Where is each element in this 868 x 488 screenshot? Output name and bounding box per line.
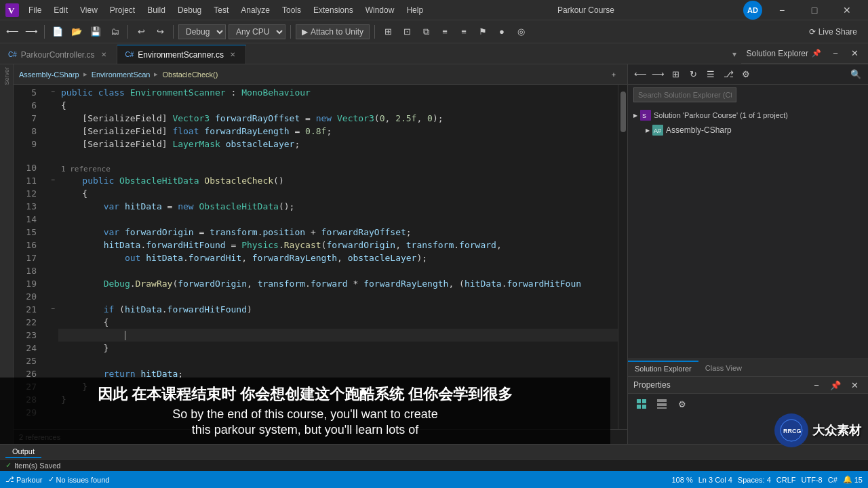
solution-minimize-button[interactable]: − [827,45,844,62]
toolbar-extra1[interactable]: ⊞ [380,24,396,40]
collapse-icon-11[interactable]: − [47,174,58,187]
menu-extensions[interactable]: Extensions [308,4,359,16]
redo-button[interactable]: ↪ [152,24,168,40]
menu-file[interactable]: File [23,4,47,16]
solution-close-button[interactable]: ✕ [846,45,863,62]
separator2 [127,25,128,39]
solution-search-button[interactable]: 🔍 [848,66,864,83]
menu-project[interactable]: Project [104,4,140,16]
menu-help[interactable]: Help [401,4,429,16]
separator5 [374,25,375,39]
menu-analyze[interactable]: Analyze [235,4,275,16]
line-number-14: 14 [14,213,42,226]
solution-git-button[interactable]: ⎇ [720,66,736,83]
forward-button[interactable]: ⟶ [23,24,39,40]
menu-test[interactable]: Test [208,4,234,16]
properties-list-icon [656,399,667,409]
properties-close[interactable]: ✕ [846,377,863,393]
collapse-icon-14 [47,213,58,226]
maximize-button[interactable]: □ [799,0,830,20]
minimize-button[interactable]: − [766,0,797,20]
project-item[interactable]: ▶ A# Assembly-CSharp [628,123,868,138]
close-button[interactable]: ✕ [831,0,863,20]
menu-build[interactable]: Build [142,4,171,16]
toolbar-extra4[interactable]: ≡ [437,24,453,40]
solution-search-input[interactable] [633,87,736,102]
git-icon: ⎇ [5,475,14,484]
editor-scrollbar[interactable] [618,85,627,429]
solution-forward-button[interactable]: ⟶ [650,66,666,83]
menu-edit[interactable]: Edit [48,4,73,16]
toolbar-extra7[interactable]: ● [494,24,510,40]
ln-col-status: Ln 3 Col 4 [698,476,732,484]
undo-button[interactable]: ↩ [133,24,149,40]
code-line-19: Debug.DrawRay(forwardOrigin, transform.f… [58,277,618,290]
properties-toolbar: ⚙ [628,394,868,414]
solution-refresh-button[interactable]: ↻ [685,66,701,83]
solution-root-item[interactable]: ▶ S Solution 'Parkour Course' (1 of 1 pr… [628,108,868,123]
menu-tools[interactable]: Tools [277,4,307,16]
collapse-icon-5[interactable]: − [47,86,58,99]
collapse-icon-22 [47,316,58,329]
toolbar: ⟵ ⟶ 📄 📂 💾 🗂 ↩ ↪ Debug Any CPU ▶ Attach t… [0,20,868,43]
toolbar-extra8[interactable]: ◎ [513,24,529,40]
spaces-status: Spaces: 4 [738,476,771,484]
cs-file-icon-active: C# [125,51,134,58]
attach-to-unity-button[interactable]: ▶ Attach to Unity [296,24,370,39]
props-icon1[interactable] [633,396,650,412]
menu-debug[interactable]: Debug [172,4,207,16]
zoom-level[interactable]: 108 % [672,476,693,484]
notification-bell[interactable]: 🔔 15 [843,475,863,484]
solution-bottom-tabs: Solution Explorer Class View [628,359,868,376]
class-view-tab[interactable]: Class View [698,361,749,375]
code-line-17: out hitData.forwardHit, forwardRayLength… [58,251,618,264]
status-bar: ⎇ Parkour ✓ No issues found 108 % Ln 3 C… [0,471,868,488]
props-icon3[interactable]: ⚙ [674,396,690,412]
solution-explorer-tab[interactable]: Solution Explorer [628,361,698,375]
properties-grid-icon [636,399,647,409]
text-cursor [125,331,125,340]
server-tab[interactable]: Server [3,67,10,85]
expand-button[interactable]: + [606,66,622,83]
code-line-23 [58,329,618,342]
menu-window[interactable]: Window [360,4,400,16]
toolbar-extra3[interactable]: ⧉ [418,24,434,40]
line-number-8: 8 [14,125,42,138]
save-button[interactable]: 💾 [87,24,104,40]
collapse-icon-7 [47,112,58,125]
live-share-button[interactable]: ⟳ Live Share [809,27,864,37]
solution-pin-button[interactable]: 📌 [808,45,825,62]
cs-file-icon: C# [8,51,17,58]
collapse-icon-21[interactable]: − [47,303,58,316]
tab-parkour-controller[interactable]: C# ParkourController.cs ✕ [0,45,117,64]
debug-mode-dropdown[interactable]: Debug [178,24,226,39]
save-all-button[interactable]: 🗂 [106,24,123,40]
collapse-icon-24 [47,342,58,354]
solution-misc-button[interactable]: ⚙ [738,66,754,83]
tab-environment-scanner[interactable]: C# EnvironmentScanner.cs ✕ [117,45,247,64]
solution-property-button[interactable]: ⊞ [667,66,684,83]
menu-view[interactable]: View [75,4,103,16]
cpu-mode-dropdown[interactable]: Any CPU [229,24,285,39]
properties-pin[interactable]: 📌 [827,377,844,393]
toolbar-extra2[interactable]: ⊡ [399,24,415,40]
code-line-10 [58,150,618,163]
output-tab[interactable]: Output [5,446,41,458]
tab-close-0[interactable]: ✕ [99,50,108,60]
tab-overflow-button[interactable]: ▾ [728,45,741,64]
open-button[interactable]: 📂 [68,24,85,40]
toolbar-extra5[interactable]: ≡ [456,24,472,40]
toolbar-extra6[interactable]: ⚑ [475,24,491,40]
new-file-button[interactable]: 📄 [50,24,66,40]
collapse-icon-12 [47,187,58,200]
git-branch-status[interactable]: ⎇ Parkour [5,475,43,484]
code-line-7: [SerializeField] Vector3 forwardRayOffse… [58,112,618,125]
solution-filter-button[interactable]: ☰ [703,66,719,83]
solution-back-button[interactable]: ⟵ [632,66,648,83]
props-icon2[interactable] [654,396,670,412]
line-number-21: 21 [14,303,42,316]
tab-close-1[interactable]: ✕ [228,50,237,60]
back-button[interactable]: ⟵ [4,24,20,40]
properties-minimize[interactable]: − [808,377,825,393]
no-issues-status[interactable]: ✓ No issues found [48,475,110,484]
